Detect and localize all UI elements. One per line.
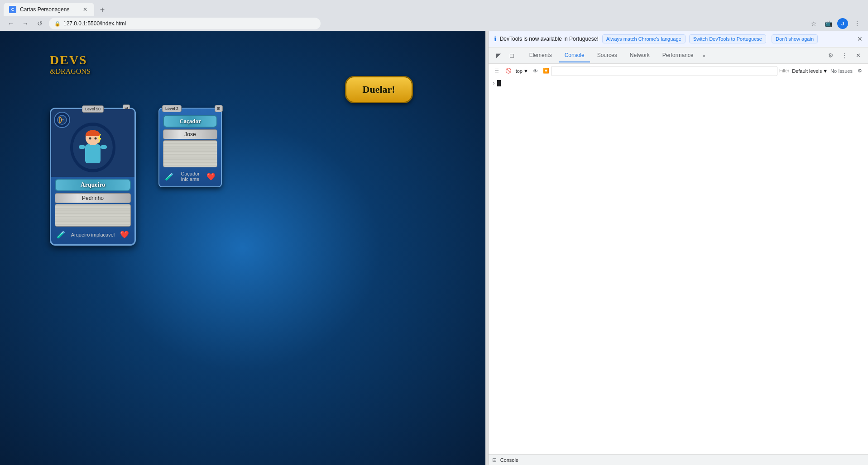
card-partial-cacador: Level 2 ⊞ Caçador Jose 🧪 Caçador inician… [158,108,222,187]
console-prompt[interactable]: › [492,80,864,86]
devtools-bottom-bar: ⊟ Console [489,454,868,465]
tab-performance[interactable]: Performance [657,49,699,62]
devtools-right-icons: ⚙ ⋮ ✕ [825,49,864,62]
browser-toolbar-icons: ☆ 📺 J ⋮ [808,18,863,29]
main-layout: DEVS &DRAGONS Duelar! Level 50 ⊞ [0,31,868,465]
forward-button[interactable]: → [20,18,31,29]
card-potion-icon-2: 🧪 [165,172,174,181]
card-heart-icon-2: ❤️ [206,172,216,181]
devtools-more-icon[interactable]: ⋮ [838,49,851,62]
url-text: 127.0.0.1:5500/index.html [63,20,126,27]
card-potion-icon-1: 🧪 [57,230,66,239]
cast-icon[interactable]: 📺 [823,18,834,29]
address-bar: ← → ↺ 🔒 127.0.0.1:5500/index.html ☆ 📺 J … [0,16,868,31]
svg-rect-9 [79,145,85,149]
cards-area: Level 50 ⊞ [50,108,222,246]
console-filter-input[interactable] [551,66,777,76]
console-issues-label: No Issues [830,68,853,74]
console-sidebar-button[interactable]: ☰ [492,66,501,76]
tab-console[interactable]: Console [559,49,590,62]
notification-text: DevTools is now available in Portuguese! [500,36,599,42]
card-footer-2: 🧪 Caçador iniciante ❤️ [159,168,221,183]
bookmark-icon[interactable]: ☆ [808,18,819,29]
devtools-left-icons: ◤ ◻ [492,49,518,62]
console-secondary-toolbar: ☰ 🚫 top ▼ 👁 🔽 Filter Default levels ▼ No… [489,64,868,78]
switch-devtools-button[interactable]: Switch DevTools to Portuguese [689,34,766,43]
svg-rect-10 [101,145,107,149]
console-content: › [489,78,868,454]
card-player-name-2: Jose [163,129,217,139]
card-heart-icon-1: ❤️ [120,230,129,239]
console-context-select[interactable]: top ▼ [516,68,528,74]
card-level-badge-2: Level 2 [162,105,182,112]
logo-devs: DEVS [50,53,91,67]
devtools-tabs-toolbar: ◤ ◻ Elements Console Sources Network Per… [489,47,868,64]
browser-tab-active[interactable]: C Cartas Personagens ✕ [4,3,94,16]
card-arqueiro[interactable]: Level 50 ⊞ [50,108,136,246]
back-button[interactable]: ← [5,18,16,29]
notification-close-button[interactable]: ✕ [857,35,863,43]
devtools-settings-icon[interactable]: ⚙ [825,49,837,62]
tab-sources[interactable]: Sources [592,49,623,62]
card-description-text-1: Arqueiro implacavel [66,232,120,237]
devtools-close-icon[interactable]: ✕ [852,49,864,62]
logo-ampersand: &DRAGONS [50,67,91,75]
devtools-panel: ℹ DevTools is now available in Portugues… [488,31,868,465]
console-clear-button[interactable]: 🚫 [504,66,513,76]
game-logo: DEVS &DRAGONS [50,53,91,75]
bottom-sidebar-icon[interactable]: ⊟ [492,457,497,463]
info-icon: ℹ [494,35,496,43]
tab-favicon: C [9,6,16,13]
dont-show-button[interactable]: Don't show again [772,34,818,43]
card-player-name-1: Pedrinho [55,193,131,203]
card-cacador[interactable]: Level 2 ⊞ Caçador Jose 🧪 Caçador inician… [158,108,222,187]
bottom-console-label[interactable]: Console [500,457,518,463]
devtools-notification: ℹ DevTools is now available in Portugues… [489,31,868,47]
filter-label: Filter [779,68,789,73]
card-expand-2[interactable]: ⊞ [215,105,223,112]
console-arrow: › [492,80,495,86]
console-cursor [497,80,501,86]
svg-rect-5 [85,144,101,163]
reload-button[interactable]: ↺ [34,18,45,29]
card-class-icon-1 [54,112,70,128]
card-description-area-1 [55,204,131,227]
console-levels-select[interactable]: Default levels ▼ [792,68,828,74]
new-tab-button[interactable]: + [96,4,109,16]
devtools-device-icon[interactable]: ◻ [506,49,518,62]
card-footer-1: 🧪 Arqueiro implacavel ❤️ [51,228,134,240]
card-level-badge-1: Level 50 [82,105,104,113]
console-eye-button[interactable]: 👁 [531,66,540,76]
card-character-name-2: Caçador [163,115,217,128]
duel-button[interactable]: Duelar! [345,76,413,103]
profile-avatar[interactable]: J [837,18,848,29]
tab-network[interactable]: Network [624,49,655,62]
card-character-name-1: Arqueiro [55,179,131,191]
tab-bar: C Cartas Personagens ✕ + [0,0,868,16]
game-area: DEVS &DRAGONS Duelar! Level 50 ⊞ [0,31,485,465]
tab-elements[interactable]: Elements [524,49,557,62]
always-match-button[interactable]: Always match Chrome's language [602,34,686,43]
svg-point-7 [89,138,91,140]
card-description-text-2: Caçador iniciante [174,171,206,182]
card-image-area-1 [51,109,134,177]
url-bar[interactable]: 🔒 127.0.0.1:5500/index.html [49,18,321,29]
console-settings-button[interactable]: ⚙ [855,66,864,76]
lock-icon: 🔒 [54,21,61,27]
devtools-inspect-icon[interactable]: ◤ [492,49,505,62]
more-tabs-button[interactable]: » [700,49,707,62]
tab-close-button[interactable]: ✕ [82,6,89,13]
tab-title: Cartas Personagens [20,6,78,13]
svg-point-8 [95,138,97,140]
browser-chrome: C Cartas Personagens ✕ + ← → ↺ 🔒 127.0.0… [0,0,868,31]
card-full-arqueiro: Level 50 ⊞ [50,108,136,246]
card-description-area-2 [163,140,217,167]
more-icon[interactable]: ⋮ [852,18,863,29]
